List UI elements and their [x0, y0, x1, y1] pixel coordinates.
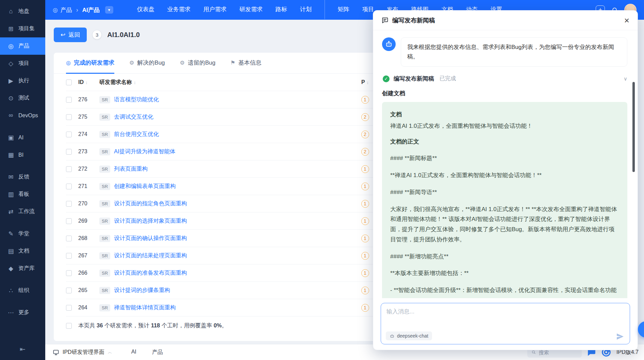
caret-down-icon: ▾ [108, 7, 110, 12]
story-link[interactable]: 设计页面的确认操作页面重构 [114, 235, 187, 242]
doc-paragraph: **禅道AI 1.0正式发布，全面重构智能体与智能会话功能！** [390, 170, 619, 181]
top-nav-item[interactable]: 计划 [300, 0, 312, 20]
model-selector[interactable]: deepseek-chat [386, 331, 432, 340]
story-link[interactable]: AI提词升级为禅道智能体 [114, 148, 176, 155]
app-switcher[interactable]: IPD研发管理界面 ︿ [53, 349, 112, 356]
product-switcher-button[interactable]: ▾ [105, 6, 113, 14]
sidebar-item[interactable]: ◇ 项目 [0, 55, 45, 72]
story-type-badge: SR [99, 200, 110, 207]
row-checkbox[interactable] [66, 166, 72, 172]
sidebar-item[interactable]: ⊙ 测试 [0, 89, 45, 107]
doc-line: 禅道AI 1.0正式发布，全面重构智能体与智能会话功能！ [390, 121, 619, 131]
org-icon: ∴ [7, 287, 14, 294]
panel-title: 编写发布新闻稿 [392, 16, 435, 24]
tab[interactable]: ◎ 完成的研发需求 [66, 53, 114, 74]
sort-icon[interactable]: ↕ [85, 80, 88, 85]
task-status: 已完成 [440, 75, 456, 82]
bottom-breadcrumb-item[interactable]: 产品 [152, 349, 163, 356]
story-type-badge: SR [99, 235, 110, 242]
story-link[interactable]: 设计页面的结果处理页面重构 [114, 252, 187, 259]
sidebar-item[interactable]: ▣ AI [0, 129, 45, 146]
kanban-icon: ▥ [7, 191, 14, 198]
panel-body: 我来根据您提供的发布信息、需求列表和Bug列表，为您编写一份专业的发布新闻稿。 … [373, 31, 638, 298]
sidebar-item[interactable]: ⊞ 项目集 [0, 20, 45, 37]
top-nav-item[interactable]: 业务需求 [167, 0, 191, 20]
story-link[interactable]: 设计提词的步骤条重构 [114, 287, 170, 294]
sort-icon[interactable]: ↕ [367, 80, 369, 85]
sidebar-item[interactable]: ◎ 产品 [0, 37, 45, 55]
collapse-sidebar-button[interactable]: ⇤ [0, 342, 45, 356]
select-all-checkbox[interactable] [66, 80, 72, 85]
sidebar-item[interactable]: ◆ 资产库 [0, 260, 45, 277]
row-checkbox[interactable] [66, 305, 72, 311]
story-link[interactable]: 设计页面的选择对象页面重构 [114, 217, 187, 225]
row-checkbox[interactable] [66, 236, 72, 241]
priority-badge: 1 [361, 252, 369, 260]
sidebar-item[interactable]: ▦ BI [0, 146, 45, 164]
sidebar-item[interactable]: ⋯ 更多 [0, 304, 45, 321]
row-checkbox[interactable] [66, 132, 72, 137]
close-icon[interactable]: × [624, 16, 629, 25]
sidebar-item-label: DevOps [18, 113, 38, 119]
story-link[interactable]: 设计页面的指定角色页面重构 [114, 200, 187, 207]
story-type-badge: SR [99, 287, 110, 294]
row-checkbox[interactable] [66, 97, 72, 103]
row-checkbox[interactable] [66, 270, 72, 276]
message-input[interactable] [381, 303, 630, 324]
row-checkbox[interactable] [66, 184, 72, 189]
program-icon: ⊞ [7, 25, 14, 33]
sidebar-item[interactable]: ✉ 反馈 [0, 168, 45, 186]
back-button[interactable]: ↩ 返回 [54, 28, 87, 42]
chevron-down-icon[interactable]: ∨ [624, 76, 627, 82]
row-checkbox[interactable] [66, 218, 72, 224]
send-button[interactable] [616, 332, 624, 341]
top-nav-item[interactable]: 路标 [276, 0, 287, 20]
bottom-breadcrumb-item[interactable]: AI [131, 349, 136, 356]
sidebar-item[interactable]: ▥ 看板 [0, 186, 45, 203]
priority-badge: 2 [361, 148, 369, 156]
sort-icon[interactable]: ↕ [134, 80, 136, 85]
story-link[interactable]: 语言模型功能优化 [114, 96, 159, 103]
story-link[interactable]: 创建和编辑表单页面重构 [114, 183, 176, 190]
top-nav-item[interactable]: 项目 [362, 0, 374, 20]
table-row: 272 SR 列表页面重构 1 [66, 160, 377, 178]
release-count-badge: 3 [92, 30, 102, 39]
breadcrumb-root[interactable]: 产品 [61, 6, 72, 14]
row-checkbox[interactable] [66, 149, 72, 155]
top-nav-item[interactable]: 矩阵 [325, 0, 349, 20]
story-link[interactable]: 设计页面的准备发布页面重构 [114, 269, 187, 277]
sidebar-item[interactable]: ∞ DevOps [0, 107, 45, 124]
story-link[interactable]: 禅道智能体详情页面重构 [114, 304, 176, 311]
breadcrumb-current[interactable]: AI产品 [82, 6, 100, 14]
story-link[interactable]: 去调试交互优化 [114, 113, 153, 121]
sidebar-item[interactable]: ⇄ 工作流 [0, 203, 45, 220]
top-nav-item[interactable]: 用户需求 [203, 0, 227, 20]
top-nav-item[interactable]: 研发需求 [240, 0, 263, 20]
search-input[interactable] [539, 349, 578, 355]
story-type-badge: SR [99, 131, 110, 138]
tab[interactable]: ⚑ 基本信息 [230, 53, 261, 74]
row-checkbox[interactable] [66, 253, 72, 259]
task-status-row[interactable]: ✓ 编写发布新闻稿 已完成 ∨ [382, 75, 627, 83]
sidebar-item[interactable]: ▶ 执行 [0, 72, 45, 89]
sidebar-item[interactable]: ∴ 组织 [0, 282, 45, 299]
tab[interactable]: ⚙ 遗留的Bug [180, 53, 216, 74]
row-checkbox[interactable] [66, 201, 72, 207]
story-link[interactable]: 列表页面重构 [114, 165, 148, 173]
summary-checkbox[interactable] [66, 323, 72, 329]
feedback-icon: ✉ [7, 173, 14, 181]
row-checkbox[interactable] [66, 114, 72, 120]
tab[interactable]: ⚙ 解决的Bug [129, 53, 165, 74]
sidebar-item[interactable]: ⌂ 地盘 [0, 3, 45, 20]
panel-scrollbar[interactable] [632, 82, 635, 172]
top-nav-item[interactable]: 仪表盘 [137, 0, 154, 20]
story-link[interactable]: 前台使用交互优化 [114, 131, 159, 138]
row-checkbox[interactable] [66, 288, 72, 293]
home-icon: ⌂ [7, 8, 14, 15]
doc-section-title: 创建文档 [382, 89, 627, 97]
sidebar-item[interactable]: ✎ 学堂 [0, 225, 45, 242]
table-row: 267 SR 设计页面的结果处理页面重构 1 [66, 247, 377, 264]
sidebar-item[interactable]: ▤ 文档 [0, 242, 45, 260]
bug-icon: ⚙ [180, 59, 185, 66]
row-id: 264 [78, 305, 99, 311]
